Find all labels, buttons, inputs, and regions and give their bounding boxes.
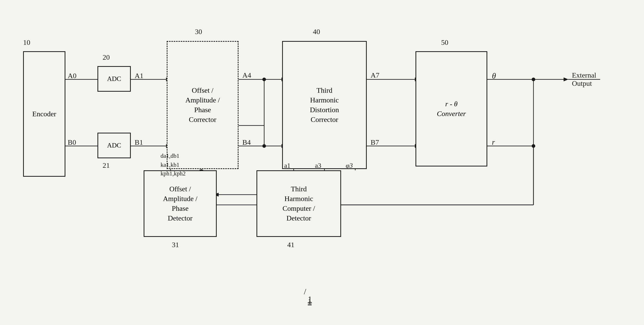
adc-top-id: 20: [103, 53, 110, 61]
signal-A1: A1: [135, 72, 143, 80]
external-output-label: External Output: [572, 71, 596, 88]
encoder-block: Encoder: [23, 51, 65, 177]
signal-r: r: [492, 138, 495, 146]
svg-point-40: [262, 144, 266, 148]
diagram-ref-num: 1: [308, 295, 312, 304]
svg-point-42: [532, 144, 535, 148]
diagram-ref: /: [304, 287, 306, 296]
adc-bot-id: 21: [103, 161, 110, 170]
signal-B1: B1: [135, 138, 143, 146]
signal-B7: B7: [371, 138, 379, 146]
svg-point-41: [532, 78, 535, 81]
offset-detector-block: Offset / Amplitude / Phase Detector: [144, 170, 217, 237]
signal-B0: B0: [68, 138, 76, 146]
signal-theta: θ: [492, 71, 496, 81]
offset-corrector-block: Offset / Amplitude / Phase Corrector: [167, 41, 239, 169]
adc-top-block: ADC: [97, 66, 131, 92]
r-theta-id: 50: [441, 38, 448, 47]
signal-phi3: φ3: [346, 162, 353, 170]
r-theta-block: r - θ Converter: [415, 51, 487, 166]
svg-marker-16: [564, 78, 568, 81]
signal-A0: A0: [68, 72, 76, 80]
third-distortion-block: Third Harmonic Distortion Corrector: [282, 41, 367, 169]
params-label: da1,db1 ka1,kb1 kph1,kph2: [161, 152, 186, 178]
computer-id: 41: [287, 241, 294, 249]
adc-bot-block: ADC: [97, 133, 131, 158]
signal-B4: B4: [242, 138, 251, 146]
third-computer-block: Third Harmonic Computer / Detector: [256, 170, 341, 237]
distortion-id: 40: [313, 28, 320, 36]
svg-point-39: [262, 78, 266, 81]
signal-a3: a3: [315, 162, 321, 170]
encoder-id: 10: [23, 38, 30, 47]
detector-id: 31: [172, 241, 179, 249]
signal-A7: A7: [371, 71, 379, 79]
block-diagram: 1 Encoder 10 ADC 20 ADC 21 Offset / Ampl…: [0, 0, 644, 325]
signal-a1: a1: [284, 162, 291, 170]
signal-A4: A4: [242, 71, 251, 79]
corrector-id: 30: [195, 28, 202, 36]
